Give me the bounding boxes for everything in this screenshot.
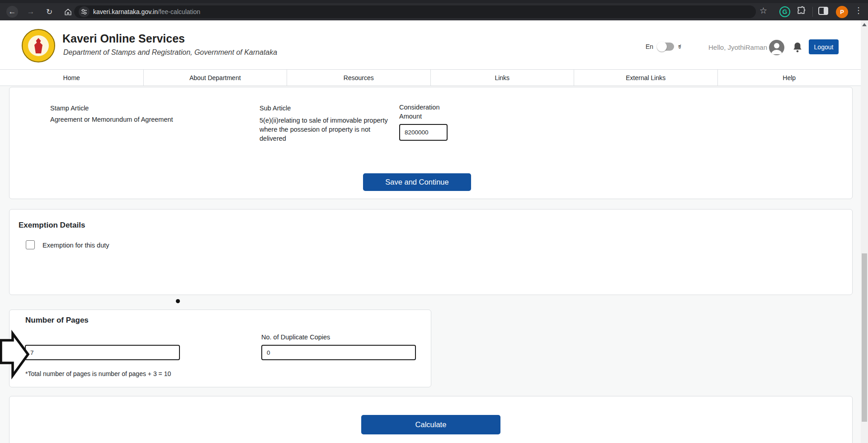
notification-bell-icon[interactable] xyxy=(793,42,802,54)
forward-icon[interactable]: → xyxy=(25,6,37,18)
url-bar[interactable]: kaveri.karnataka.gov.in/fee-calculation xyxy=(74,5,756,18)
sub-article-label: Sub Article xyxy=(259,105,291,112)
consideration-amount-input[interactable] xyxy=(399,124,448,141)
site-info-icon[interactable] xyxy=(79,6,90,17)
number-of-pages-heading: Number of Pages xyxy=(25,316,89,325)
scrollbar-up-arrow[interactable] xyxy=(862,23,867,26)
number-of-pages-card: Number of Pages No. of Duplicate Copies … xyxy=(9,310,431,387)
karnataka-government-logo xyxy=(22,29,55,62)
site-header: Kaveri Online Services Department of Sta… xyxy=(0,20,861,69)
user-greeting: Hello, JyothiRaman xyxy=(708,43,767,51)
exemption-details-card: Exemption Details Exemption for this dut… xyxy=(9,209,853,295)
nav-item-home[interactable]: Home xyxy=(0,70,144,86)
site-subtitle: Department of Stamps and Registration, G… xyxy=(63,48,277,57)
browser-menu-icon[interactable]: ⋮ xyxy=(854,5,863,15)
nav-item-resources[interactable]: Resources xyxy=(287,70,431,86)
annotation-arrow xyxy=(0,328,32,380)
annotation-dot xyxy=(176,299,180,303)
exemption-details-heading: Exemption Details xyxy=(19,221,85,230)
reload-icon[interactable]: ↻ xyxy=(43,6,55,18)
duplicate-copies-input[interactable] xyxy=(261,345,416,360)
sub-article-value: 5(e)(ii)relating to sale of immovable pr… xyxy=(259,116,393,143)
nav-item-links[interactable]: Links xyxy=(431,70,575,86)
language-label-kannada: ಕ xyxy=(678,42,681,50)
toolbar-divider xyxy=(812,7,813,17)
bookmark-star-icon[interactable]: ☆ xyxy=(760,5,767,16)
browser-profile-avatar[interactable]: P xyxy=(836,6,848,18)
stamp-article-label: Stamp Article xyxy=(50,105,89,112)
calculate-card: Calculate xyxy=(9,396,853,443)
url-path: /fee-calculation xyxy=(158,8,200,15)
page-body: Kaveri Online Services Department of Sta… xyxy=(0,20,861,443)
url-domain: kaveri.karnataka.gov.in xyxy=(93,8,158,15)
exemption-checkbox[interactable] xyxy=(26,240,35,249)
consideration-amount-label: Consideration Amount xyxy=(399,103,444,121)
toggle-knob xyxy=(657,42,667,52)
back-icon[interactable]: ← xyxy=(6,6,18,18)
logout-button[interactable]: Logout xyxy=(809,39,839,54)
home-icon[interactable] xyxy=(62,6,74,18)
nav-item-help[interactable]: Help xyxy=(718,70,861,86)
extensions-puzzle-icon[interactable] xyxy=(797,6,806,17)
main-navigation: Home About Department Resources Links Ex… xyxy=(0,69,861,86)
page-scrollbar[interactable] xyxy=(861,20,868,443)
exemption-checkbox-label: Exemption for this duty xyxy=(42,242,109,249)
duplicate-copies-label: No. of Duplicate Copies xyxy=(261,333,330,341)
save-and-continue-button[interactable]: Save and Continue xyxy=(363,173,471,191)
nav-item-external-links[interactable]: External Links xyxy=(574,70,718,86)
stamp-article-value: Agreement or Memorundum of Agreement xyxy=(50,116,240,123)
calculate-button[interactable]: Calculate xyxy=(361,415,500,434)
site-title: Kaveri Online Services xyxy=(62,32,185,45)
nav-item-about-department[interactable]: About Department xyxy=(144,70,288,86)
user-avatar[interactable] xyxy=(769,40,784,55)
browser-toolbar: ← → ↻ kaveri.karnataka.gov.in/fee-calcul… xyxy=(0,0,868,20)
grammarly-extension-icon[interactable]: G xyxy=(779,6,790,17)
language-toggle[interactable] xyxy=(658,43,674,51)
window-top-strip xyxy=(0,0,868,3)
total-pages-note: *Total number of pages is number of page… xyxy=(25,370,171,377)
language-label-en: En xyxy=(646,43,653,50)
number-of-pages-input[interactable] xyxy=(25,345,180,360)
stamp-article-card: Stamp Article Agreement or Memorundum of… xyxy=(9,87,853,199)
side-panel-icon[interactable] xyxy=(818,7,828,17)
scrollbar-thumb[interactable] xyxy=(862,253,867,422)
